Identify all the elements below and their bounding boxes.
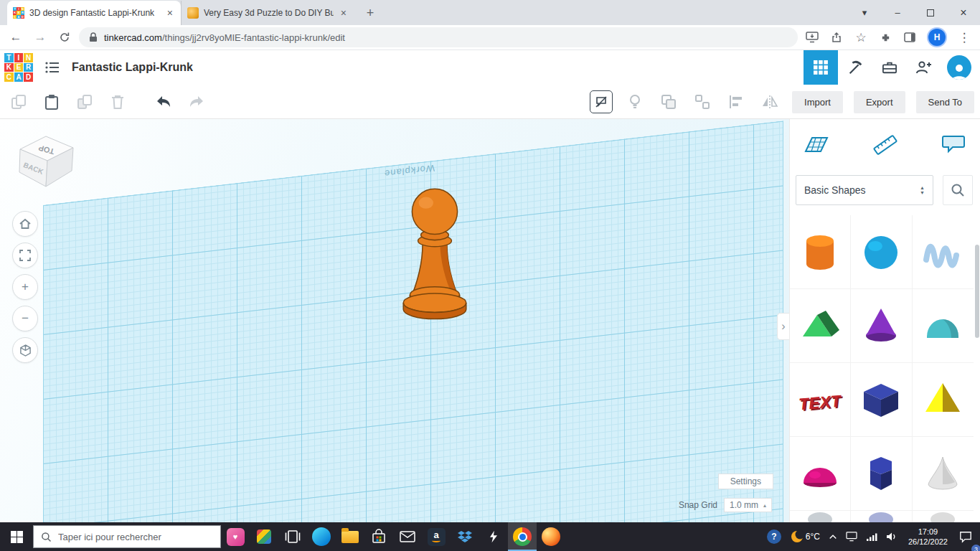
notes-tool-button[interactable] (937, 128, 970, 161)
shape-half-sphere[interactable] (790, 437, 851, 511)
align-button[interactable] (725, 90, 748, 113)
side-panel-button[interactable] (900, 27, 920, 47)
install-app-button[interactable] (802, 27, 822, 47)
shape-pyramid[interactable] (913, 363, 974, 437)
design-title[interactable]: Fantastic Lappi-Krunk (72, 61, 193, 74)
shape-shape[interactable] (913, 511, 974, 522)
undo-button[interactable] (152, 90, 175, 113)
tinker-tools-button[interactable] (838, 50, 872, 85)
refresh-button[interactable] (55, 27, 75, 47)
shape-box[interactable] (851, 363, 912, 437)
import-button[interactable]: Import (792, 91, 843, 113)
taskbar-app-zap[interactable] (479, 522, 508, 551)
shape-cylinder[interactable] (790, 215, 851, 289)
share-button[interactable] (826, 27, 847, 47)
help-tray-button[interactable]: ? (763, 522, 786, 551)
tab-search-chevron-icon[interactable]: ▾ (848, 0, 881, 25)
mirror-button[interactable] (758, 90, 781, 113)
panel-scrollbar[interactable] (975, 245, 979, 338)
settings-button[interactable]: Settings (718, 474, 773, 489)
export-button[interactable]: Export (854, 91, 905, 113)
design-menu-button[interactable] (40, 55, 65, 80)
shape-category-select[interactable]: Basic Shapes ▲▼ (796, 175, 933, 205)
viewport-3d[interactable]: Workplane (0, 119, 789, 522)
shape-roof[interactable] (790, 289, 851, 363)
start-button[interactable] (0, 522, 33, 551)
delete-button[interactable] (106, 90, 129, 113)
tray-clock[interactable]: 17:09 26/12/2022 (902, 527, 954, 547)
shape-polygon[interactable] (851, 437, 912, 511)
ruler-tool-button[interactable] (869, 128, 902, 161)
zoom-in-button[interactable]: + (12, 274, 38, 300)
display-tray-button[interactable] (842, 522, 862, 551)
group-button[interactable] (657, 90, 680, 113)
taskbar-app-mini[interactable] (250, 522, 278, 551)
tab-tinkercad[interactable]: TINKERCAD 3D design Fantastic Lappi-Krun… (7, 1, 181, 25)
taskbar-app-explorer[interactable] (336, 522, 364, 551)
window-minimize-button[interactable]: – (881, 0, 914, 25)
url-bar[interactable]: tinkercad.com/things/jj2rv8yoMIE-fantast… (79, 27, 798, 47)
shape-scribble[interactable] (913, 215, 974, 289)
copy-button[interactable] (7, 90, 30, 113)
fit-view-button[interactable] (12, 242, 38, 268)
network-tray-button[interactable] (862, 522, 882, 551)
shape-sphere[interactable] (851, 215, 912, 289)
shape-text[interactable]: TEXTTEXT (790, 363, 851, 437)
firefox-icon (542, 527, 560, 546)
snap-grid-select[interactable]: 1.0 mm ▴ (724, 498, 772, 512)
forward-button[interactable]: → (30, 27, 50, 47)
classes-button[interactable] (872, 50, 907, 85)
tinkercad-logo[interactable]: TINKERCAD (3, 52, 34, 83)
shape-shape[interactable] (851, 511, 912, 522)
redo-button[interactable] (185, 90, 208, 113)
shape-paraboloid[interactable] (913, 437, 974, 511)
shape-cone[interactable] (851, 289, 912, 363)
collaborate-button[interactable] (907, 50, 941, 85)
taskbar-app-pink[interactable]: ♥ (221, 522, 250, 551)
toggle-notes-button[interactable] (590, 90, 613, 113)
clipboard-tools (7, 90, 208, 113)
tips-button[interactable] (623, 90, 646, 113)
hidden-icons-button[interactable] (824, 522, 842, 551)
tab-close-icon[interactable]: × (339, 7, 349, 19)
back-button[interactable]: ← (6, 27, 26, 47)
window-close-button[interactable]: × (947, 0, 980, 25)
user-avatar[interactable] (947, 55, 971, 80)
browser-profile-avatar[interactable]: H (928, 29, 946, 46)
window-maximize-button[interactable] (914, 0, 947, 25)
taskbar-app-edge[interactable] (307, 522, 336, 551)
paste-button[interactable] (40, 90, 63, 113)
taskbar-search[interactable] (33, 525, 221, 548)
taskbar-app-store[interactable] (364, 522, 393, 551)
pawn-model[interactable] (395, 184, 475, 327)
dashboard-grid-button[interactable] (804, 50, 838, 85)
home-view-button[interactable] (12, 211, 38, 237)
ungroup-button[interactable] (691, 90, 714, 113)
taskbar-app-amazon[interactable]: a (422, 522, 451, 551)
view-cube[interactable]: TOP BACK (10, 128, 82, 199)
taskbar-app-firefox[interactable] (537, 522, 565, 551)
duplicate-button[interactable] (73, 90, 96, 113)
bookmark-button[interactable]: ☆ (851, 27, 871, 47)
browser-menu-button[interactable]: ⋮ (954, 27, 974, 47)
panel-collapse-handle[interactable]: › (777, 313, 789, 340)
taskbar-app-mail[interactable] (393, 522, 422, 551)
notifications-button[interactable]: 3 (954, 522, 977, 551)
shape-round-roof[interactable] (913, 289, 974, 363)
new-tab-button[interactable]: + (360, 3, 380, 23)
task-view-button[interactable] (278, 522, 307, 551)
extensions-button[interactable] (875, 27, 895, 47)
zoom-out-button[interactable]: − (12, 306, 38, 331)
tab-close-icon[interactable]: × (165, 7, 175, 19)
weather-widget[interactable]: 6°C (786, 522, 824, 551)
tab-secondary[interactable]: Very Easy 3d Puzzle to Do DIY Bu × (181, 1, 354, 25)
taskbar-app-chrome[interactable] (508, 522, 537, 551)
volume-tray-button[interactable] (882, 522, 902, 551)
perspective-toggle-button[interactable] (12, 337, 38, 363)
taskbar-app-dropbox[interactable] (451, 522, 479, 551)
workplane-tool-button[interactable] (800, 128, 833, 161)
send-to-button[interactable]: Send To (916, 91, 974, 113)
taskbar-search-input[interactable] (58, 532, 213, 542)
shape-shape[interactable] (790, 511, 851, 522)
shape-search-button[interactable] (943, 175, 973, 205)
